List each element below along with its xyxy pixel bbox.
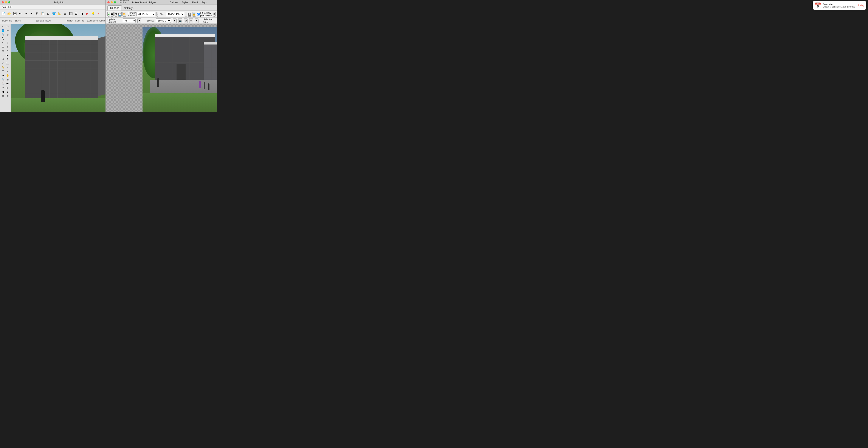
toolbar-views[interactable]: 🔲: [68, 11, 73, 16]
selection-only-label: Selection Only: [204, 18, 216, 23]
toolbar-open[interactable]: 📂: [6, 11, 11, 16]
move-tool[interactable]: ✥: [1, 57, 5, 61]
render-play-btn[interactable]: ▶: [107, 12, 110, 16]
vray-close-btn[interactable]: [107, 1, 110, 3]
minimize-button[interactable]: [5, 1, 7, 3]
size-select[interactable]: 1600x1400 1920x1080: [166, 12, 184, 16]
pushpull-tool[interactable]: ↕: [1, 53, 5, 57]
style1-tool[interactable]: ◑: [1, 90, 5, 94]
tool-row-5: 〜 ⌇: [1, 41, 10, 45]
render-load-btn[interactable]: 📂: [123, 12, 126, 16]
toolbar-measure[interactable]: 📐: [57, 11, 62, 16]
toolbar-render-btn[interactable]: ▶: [85, 11, 90, 16]
lock-btn[interactable]: 🔒: [192, 12, 196, 16]
sketchup-viewport[interactable]: [11, 24, 107, 112]
protractor-tool[interactable]: ⌀: [5, 65, 10, 69]
render-region-btn[interactable]: ⊡: [115, 12, 117, 16]
circle-tool[interactable]: ○: [5, 45, 10, 49]
vray-maximize-btn[interactable]: [114, 1, 116, 3]
render-preset-select[interactable]: 01. Prelim 02. Medium 03. High: [136, 12, 155, 16]
section-tool[interactable]: ✦: [1, 86, 5, 90]
scene-select[interactable]: Scene 2 Scene 1: [156, 19, 171, 23]
toolbar-save[interactable]: 💾: [12, 11, 17, 16]
tool-row-8: ↕ ▶: [1, 53, 10, 57]
lasso-tool[interactable]: ⟳: [5, 25, 10, 28]
toolbar-redo[interactable]: ↪: [23, 11, 28, 16]
preset-dropdown-btn[interactable]: ▾: [156, 12, 158, 16]
axes-tool[interactable]: ⊕: [5, 33, 10, 37]
styles-panel-label: Styles: [182, 1, 188, 4]
select-tool[interactable]: ↖: [1, 25, 5, 28]
layer2-tool[interactable]: ≋: [5, 94, 10, 98]
soften-smooth-label: Soften/Smooth Edges: [131, 1, 156, 4]
toolbar-copy[interactable]: ⎘: [34, 11, 40, 16]
dim-tool[interactable]: ↔: [5, 69, 10, 73]
paint-tool[interactable]: 🪣: [1, 29, 5, 32]
magnify-tool[interactable]: 🔍: [1, 33, 5, 37]
walk-tool[interactable]: 🚶: [1, 82, 5, 85]
aspect-ratio-btn[interactable]: 🔲: [188, 12, 191, 16]
fit-btn[interactable]: ⊞: [213, 12, 216, 16]
toolbar-home[interactable]: ⌂: [62, 11, 68, 16]
toolbar-cut[interactable]: ✂: [29, 11, 34, 16]
layer1-tool[interactable]: ≡: [1, 94, 5, 98]
more-btn[interactable]: ▾: [195, 18, 199, 23]
vray-toolbar-row1: ▶ ⏹ ⊡ 💾 📂 Render Preset: 01. Prelim 02. …: [106, 11, 217, 18]
toolbar-light[interactable]: 💡: [90, 11, 96, 16]
toolbar-section[interactable]: ⊡: [73, 11, 79, 16]
display-tool[interactable]: ▷: [5, 86, 10, 90]
maximize-button[interactable]: [8, 1, 10, 3]
orbit-tool[interactable]: ⟳: [1, 73, 5, 77]
toolbar-shadow[interactable]: ◑: [79, 11, 84, 16]
update-content-select[interactable]: All Selected: [123, 19, 135, 23]
zoom-window-tool[interactable]: ⊞: [5, 78, 10, 81]
look-tool[interactable]: 👁: [5, 82, 10, 85]
text-tool[interactable]: T: [1, 69, 5, 73]
fit-to-view-checkbox[interactable]: [197, 13, 199, 15]
tool-row-17: ◑ ⊻: [1, 90, 10, 94]
rotate-tool[interactable]: ↻: [5, 57, 10, 61]
spline-tool[interactable]: ⌇: [5, 41, 10, 45]
freehand-tool[interactable]: 〜: [1, 41, 5, 45]
size-dropdown-btn[interactable]: ▾: [185, 12, 187, 16]
render-person-4: [208, 83, 210, 90]
main-toolbar: 📄 📂 💾 ↩ ↪ ✂ ⎘ 📋 ◻ 🪣 📐 ⌂ 🔲 ⊡ ◑ ▶ 💡 ●: [0, 9, 107, 18]
scale-tool[interactable]: ⤢: [1, 61, 5, 65]
vray-minimize-btn[interactable]: [111, 1, 113, 3]
render-tab[interactable]: Render: [107, 5, 121, 10]
toolbar-paint[interactable]: 🪣: [51, 11, 56, 16]
pan-tool2[interactable]: ✋: [5, 73, 10, 77]
render-parapet: [155, 34, 215, 37]
vray-tabs: Render Settings: [106, 5, 217, 11]
display-btn[interactable]: ◑: [184, 18, 187, 23]
render-save-btn[interactable]: 💾: [118, 12, 122, 16]
close-button[interactable]: [2, 1, 4, 3]
toolbar-erase[interactable]: ◻: [45, 11, 51, 16]
zoom-tool[interactable]: 🔍: [1, 78, 5, 81]
shape-tool[interactable]: ◇: [5, 49, 10, 53]
toolbar-explore[interactable]: ●: [96, 11, 101, 16]
layer-display-btn[interactable]: ▭: [189, 18, 193, 23]
toolbar-new[interactable]: 📄: [1, 11, 6, 16]
polygon-tool[interactable]: ⬡: [1, 49, 5, 53]
render-stop-btn[interactable]: ⏹: [111, 12, 114, 16]
camera-btn[interactable]: 📷: [178, 18, 182, 23]
rect-tool[interactable]: ▭: [1, 45, 5, 49]
offset-tool[interactable]: ⬜: [5, 61, 10, 65]
followme-tool[interactable]: ▶: [5, 53, 10, 57]
scene-label: Scene:: [147, 19, 154, 22]
update-content-label: Update Content:: [107, 18, 121, 23]
toolbar-paste[interactable]: 📋: [40, 11, 45, 16]
tool-row-4: ╲ ⌒: [1, 37, 10, 41]
settings-tab[interactable]: Settings: [121, 6, 136, 10]
arc-tool[interactable]: ⌒: [5, 37, 10, 41]
style2-tool[interactable]: ⊻: [5, 90, 10, 94]
render-side-parapet: [204, 42, 217, 44]
tape-tool[interactable]: 📏: [1, 65, 5, 69]
tool-row-7: ⬡ ◇: [1, 49, 10, 53]
line-tool[interactable]: ╲: [1, 37, 5, 41]
toolbar-undo[interactable]: ↩: [18, 11, 23, 16]
update-content-dropdown[interactable]: ▾: [137, 18, 141, 23]
scene-dropdown-btn[interactable]: ▾: [173, 18, 177, 23]
eraser-tool[interactable]: ✏: [5, 29, 10, 32]
